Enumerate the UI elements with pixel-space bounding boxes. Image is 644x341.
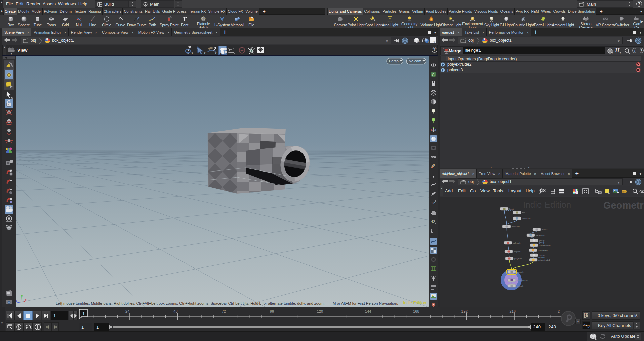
svg-text:boolean1: boolean1 [512,226,520,228]
svg-text:polycut1: polycut1 [513,242,521,244]
svg-text:168: 168 [413,309,419,313]
svg-text:72: 72 [222,309,226,313]
svg-text:2: 2 [558,309,560,313]
svg-text:polycut3: polycut3 [514,258,522,260]
svg-text:merge1: merge1 [517,271,524,273]
svg-text:box2: box2 [522,212,527,214]
svg-text:▶: ▶ [220,53,223,55]
svg-text:120: 120 [317,309,323,313]
svg-text:box1: box1 [509,208,514,210]
svg-text:96: 96 [270,309,274,313]
svg-text:No cam: No cam [409,59,421,63]
svg-text:216: 216 [510,309,516,313]
svg-text:Indie Edition: Indie Edition [403,301,426,305]
svg-text:transform2: transform2 [536,234,546,236]
svg-text:polycut2: polycut2 [514,251,521,253]
svg-text:Left mouse tumbles. Middle pan: Left mouse tumbles. Middle pans. Right d… [56,301,325,305]
svg-text:y: y [21,294,23,297]
svg-text:12: 12 [431,201,435,205]
svg-text:uvtransform2: uvtransform2 [517,279,529,281]
svg-text:polyextrude2: polyextrude2 [538,259,550,261]
svg-text:M or Alt+M for First Person Na: M or Alt+M for First Person Navigation. [333,301,398,305]
svg-text:192: 192 [461,309,467,313]
svg-text:1: 1 [82,311,85,316]
svg-text:144: 144 [365,309,371,313]
svg-text:label3: label3 [542,229,548,231]
svg-text:Persp: Persp [389,59,399,63]
svg-text:24: 24 [125,309,129,313]
svg-text:G: G [432,73,435,77]
svg-text:48: 48 [173,309,177,313]
svg-text:transform1: transform1 [522,217,532,220]
svg-text:polyextrude1: polyextrude1 [539,244,551,246]
svg-text:output1: output1 [517,285,524,287]
svg-text:z: z [16,299,17,302]
svg-text:group2: group2 [538,256,545,258]
svg-text:x: x [25,298,27,302]
svg-text:42: 42 [431,220,435,224]
svg-text:Indie Edition: Indie Edition [523,200,571,210]
svg-text:group1: group1 [539,242,546,244]
svg-text:polybevel1: polybevel1 [538,249,548,251]
svg-text:Geometry: Geometry [603,200,644,211]
